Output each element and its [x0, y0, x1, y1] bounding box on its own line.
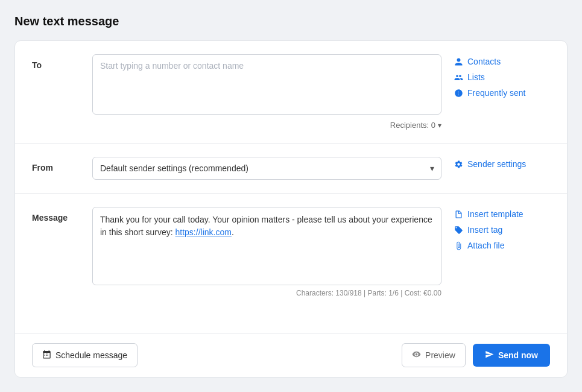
message-label: Message — [32, 207, 92, 223]
send-button[interactable]: Send now — [473, 344, 550, 367]
eye-icon — [412, 350, 421, 361]
schedule-button[interactable]: Schedule message — [32, 343, 138, 367]
from-section: From Default sender settings (recommende… — [15, 144, 567, 194]
gear-icon — [454, 159, 463, 169]
attach-file-label: Attach file — [467, 241, 504, 250]
insert-template-link[interactable]: Insert template — [454, 209, 550, 219]
footer: Schedule message Preview Send now — [15, 333, 567, 377]
tag-icon — [454, 225, 463, 235]
contacts-label: Contacts — [467, 57, 501, 66]
from-actions: Sender settings — [454, 157, 550, 169]
frequently-sent-label: Frequently sent — [467, 88, 526, 98]
person-icon — [454, 57, 463, 66]
from-select[interactable]: Default sender settings (recommended) — [92, 157, 441, 180]
sender-settings-link[interactable]: Sender settings — [454, 159, 550, 169]
calendar-icon — [42, 350, 51, 361]
send-label: Send now — [498, 350, 538, 360]
to-actions: Contacts Lists Frequently sent — [454, 54, 550, 98]
preview-label: Preview — [425, 350, 455, 360]
to-section: To Recipients: 0 ▾ Contacts Lists — [15, 41, 567, 144]
clock-icon — [454, 88, 463, 98]
preview-button[interactable]: Preview — [402, 343, 466, 367]
message-display: Thank you for your call today. Your opin… — [92, 207, 441, 285]
frequently-sent-link[interactable]: Frequently sent — [454, 88, 550, 98]
to-label: To — [32, 54, 92, 70]
message-actions: Insert template Insert tag Attach file — [454, 207, 550, 250]
doc-icon — [454, 209, 463, 219]
lists-link[interactable]: Lists — [454, 72, 550, 82]
send-icon — [485, 350, 494, 361]
message-content: Thank you for your call today. Your opin… — [92, 207, 441, 297]
recipients-chevron-icon[interactable]: ▾ — [438, 121, 441, 130]
insert-tag-link[interactable]: Insert tag — [454, 225, 550, 235]
message-text: Thank you for your call today. Your opin… — [100, 215, 432, 237]
page-title: New text message — [14, 14, 568, 28]
message-section: Message Thank you for your call today. Y… — [15, 194, 567, 333]
to-input[interactable] — [92, 54, 441, 115]
footer-right: Preview Send now — [402, 343, 550, 367]
contacts-link[interactable]: Contacts — [454, 57, 550, 66]
message-link-suffix: . — [232, 227, 234, 237]
to-content: Recipients: 0 ▾ — [92, 54, 441, 130]
people-icon — [454, 72, 463, 82]
from-content: Default sender settings (recommended) ▾ — [92, 157, 441, 180]
from-label: From — [32, 157, 92, 172]
insert-template-label: Insert template — [467, 209, 523, 219]
recipients-count: Recipients: 0 — [390, 121, 435, 130]
sender-settings-label: Sender settings — [467, 159, 526, 169]
insert-tag-label: Insert tag — [467, 225, 502, 235]
message-link[interactable]: https://link.com — [176, 227, 232, 237]
schedule-label: Schedule message — [55, 350, 127, 360]
attach-file-link[interactable]: Attach file — [454, 241, 550, 250]
paperclip-icon — [454, 241, 463, 250]
lists-label: Lists — [467, 72, 485, 82]
chars-info: Characters: 130/918 | Parts: 1/6 | Cost:… — [296, 289, 441, 297]
compose-card: To Recipients: 0 ▾ Contacts Lists — [14, 40, 568, 378]
